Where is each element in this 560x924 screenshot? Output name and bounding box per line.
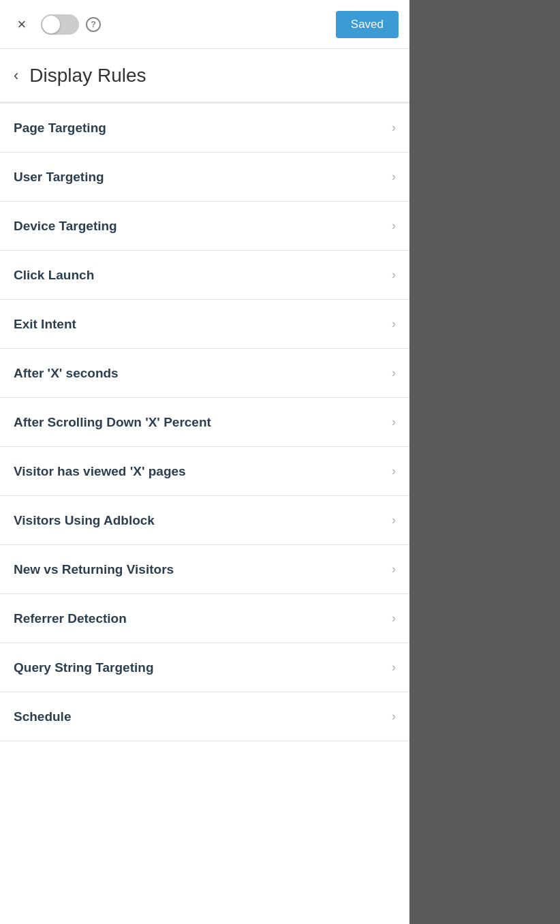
chevron-icon-new-vs-returning: › (392, 562, 396, 576)
page-title: Display Rules (29, 65, 146, 87)
toggle-knob (42, 16, 60, 33)
menu-item-label-visitor-viewed-pages: Visitor has viewed 'X' pages (14, 464, 186, 479)
menu-item-label-query-string-targeting: Query String Targeting (14, 660, 154, 675)
header-section: ‹ Display Rules (0, 49, 409, 104)
menu-item-exit-intent[interactable]: Exit Intent› (0, 300, 409, 349)
chevron-icon-device-targeting: › (392, 219, 396, 233)
menu-item-click-launch[interactable]: Click Launch› (0, 251, 409, 300)
chevron-icon-user-targeting: › (392, 170, 396, 184)
menu-item-label-referrer-detection: Referrer Detection (14, 611, 127, 626)
chevron-icon-exit-intent: › (392, 317, 396, 331)
menu-item-after-scrolling[interactable]: After Scrolling Down 'X' Percent› (0, 398, 409, 447)
menu-item-schedule[interactable]: Schedule› (0, 692, 409, 741)
menu-item-label-user-targeting: User Targeting (14, 170, 104, 185)
chevron-icon-visitor-viewed-pages: › (392, 464, 396, 478)
chevron-icon-visitors-adblock: › (392, 513, 396, 527)
menu-item-label-device-targeting: Device Targeting (14, 219, 117, 234)
top-bar: × ? Saved (0, 0, 409, 49)
save-button[interactable]: Saved (336, 11, 399, 38)
menu-item-label-exit-intent: Exit Intent (14, 317, 76, 332)
menu-item-page-targeting[interactable]: Page Targeting› (0, 104, 409, 153)
chevron-icon-after-x-seconds: › (392, 366, 396, 380)
menu-list: Page Targeting›User Targeting›Device Tar… (0, 104, 409, 924)
menu-item-label-schedule: Schedule (14, 709, 71, 724)
menu-item-visitor-viewed-pages[interactable]: Visitor has viewed 'X' pages› (0, 447, 409, 496)
chevron-icon-schedule: › (392, 709, 396, 724)
main-panel: × ? Saved ‹ Display Rules Page Targeting… (0, 0, 409, 924)
menu-item-label-click-launch: Click Launch (14, 268, 94, 283)
chevron-icon-after-scrolling: › (392, 415, 396, 429)
toggle-container: ? (41, 14, 101, 35)
right-panel (409, 0, 560, 924)
menu-item-device-targeting[interactable]: Device Targeting› (0, 202, 409, 251)
menu-item-label-visitors-adblock: Visitors Using Adblock (14, 513, 155, 528)
menu-item-label-after-x-seconds: After 'X' seconds (14, 366, 119, 381)
back-button[interactable]: ‹ (14, 68, 18, 83)
menu-item-new-vs-returning[interactable]: New vs Returning Visitors› (0, 545, 409, 594)
chevron-icon-query-string-targeting: › (392, 660, 396, 675)
menu-item-visitors-adblock[interactable]: Visitors Using Adblock› (0, 496, 409, 545)
menu-item-label-after-scrolling: After Scrolling Down 'X' Percent (14, 415, 211, 430)
close-button[interactable]: × (11, 14, 33, 35)
menu-item-label-new-vs-returning: New vs Returning Visitors (14, 562, 174, 577)
menu-item-query-string-targeting[interactable]: Query String Targeting› (0, 643, 409, 692)
menu-item-after-x-seconds[interactable]: After 'X' seconds› (0, 349, 409, 398)
chevron-icon-page-targeting: › (392, 121, 396, 135)
enable-toggle[interactable] (41, 14, 79, 35)
help-icon[interactable]: ? (86, 17, 101, 32)
chevron-icon-referrer-detection: › (392, 611, 396, 626)
menu-item-user-targeting[interactable]: User Targeting› (0, 153, 409, 202)
menu-item-referrer-detection[interactable]: Referrer Detection› (0, 594, 409, 643)
chevron-icon-click-launch: › (392, 268, 396, 282)
menu-item-label-page-targeting: Page Targeting (14, 121, 106, 136)
